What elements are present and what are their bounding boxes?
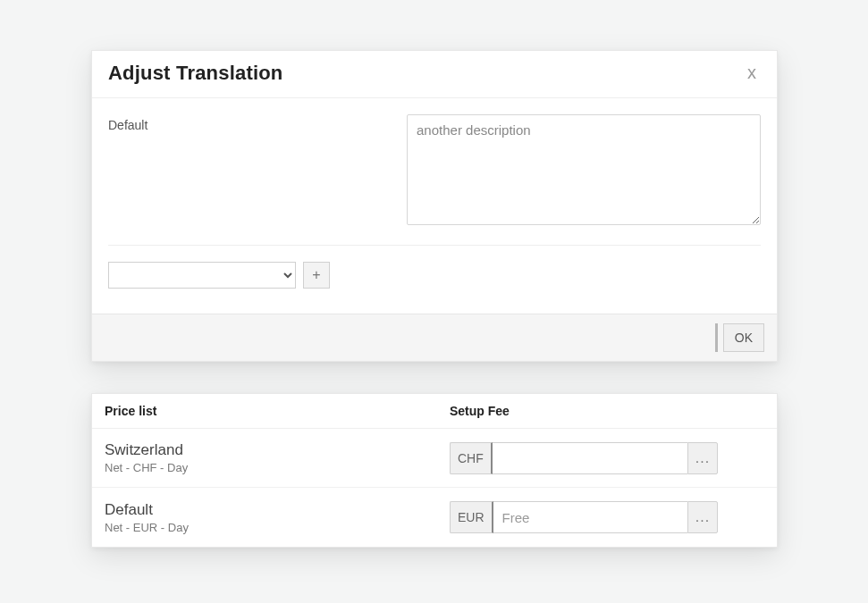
- setup-fee-input[interactable]: [493, 501, 687, 533]
- price-list-name: Default: [105, 501, 437, 519]
- default-field: [407, 114, 761, 229]
- table-row: Switzerland Net - CHF - Day CHF ...: [92, 429, 777, 488]
- price-list-name: Switzerland: [105, 441, 437, 459]
- close-icon[interactable]: x: [739, 60, 764, 85]
- default-label: Default: [108, 114, 385, 229]
- more-button[interactable]: ...: [687, 442, 718, 474]
- price-list-cell: Default Net - EUR - Day: [92, 492, 450, 543]
- table-header-row: Price list Setup Fee: [92, 394, 777, 429]
- price-list-sub: Net - CHF - Day: [105, 461, 437, 474]
- adjust-translation-dialog: Adjust Translation x Default + OK: [91, 50, 778, 362]
- ok-button-group: OK: [715, 323, 764, 352]
- setup-fee-group: EUR ...: [450, 501, 718, 533]
- ok-button[interactable]: OK: [723, 323, 764, 352]
- header-price-list: Price list: [92, 394, 450, 428]
- header-setup-fee: Setup Fee: [450, 394, 777, 428]
- setup-fee-group: CHF ...: [450, 442, 718, 474]
- price-list-sub: Net - EUR - Day: [105, 521, 437, 534]
- header-price-list-label: Price list: [105, 404, 156, 418]
- setup-fee-cell: EUR ...: [450, 492, 777, 542]
- setup-fee-input[interactable]: [493, 442, 687, 474]
- header-setup-fee-label: Setup Fee: [450, 404, 510, 418]
- currency-chip: EUR: [450, 501, 493, 533]
- add-language-row: +: [108, 245, 761, 306]
- dialog-header: Adjust Translation x: [92, 51, 777, 97]
- price-list-table: Price list Setup Fee Switzerland Net - C…: [91, 393, 778, 548]
- default-row: Default: [108, 114, 761, 245]
- table-row: Default Net - EUR - Day EUR ...: [92, 488, 777, 547]
- price-list-cell: Switzerland Net - CHF - Day: [92, 432, 450, 483]
- add-language-button[interactable]: +: [303, 262, 330, 289]
- setup-fee-cell: CHF ...: [450, 433, 777, 483]
- dialog-footer: OK: [92, 314, 777, 361]
- dialog-title: Adjust Translation: [108, 62, 761, 85]
- dialog-body: Default +: [92, 97, 777, 314]
- more-button[interactable]: ...: [687, 501, 718, 533]
- currency-chip: CHF: [450, 442, 493, 474]
- language-select[interactable]: [108, 262, 296, 289]
- description-textarea[interactable]: [407, 114, 761, 225]
